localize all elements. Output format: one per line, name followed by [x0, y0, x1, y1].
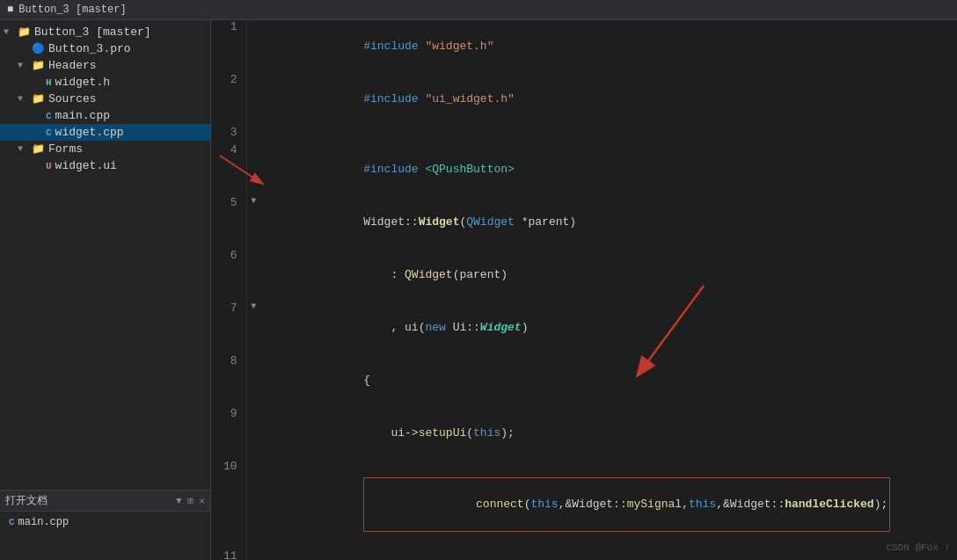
sidebar: ▼ 📁 Button_3 [master] 🔵 Button_3.pro ▼ 📁… — [0, 20, 211, 560]
sidebar-item-main-cpp[interactable]: C main.cpp — [0, 107, 210, 124]
code-line[interactable]: ui->setupUi(this); — [260, 407, 957, 460]
line-number: 2 — [211, 73, 246, 126]
fold-indicator — [246, 126, 260, 143]
line-number: 11 — [211, 549, 246, 560]
arrow-icon: ▼ — [4, 27, 18, 37]
sidebar-item-label: Sources — [48, 92, 97, 105]
bottom-file-label: main.cpp — [18, 516, 69, 528]
fold-indicator — [246, 460, 260, 549]
code-line[interactable] — [260, 549, 957, 560]
fold-indicator — [246, 407, 260, 460]
arrow-icon: ▼ — [18, 94, 32, 104]
arrow-icon: ▼ — [18, 61, 32, 70]
bottom-file-item[interactable]: C main.cpp — [5, 514, 205, 530]
sidebar-item-widget-ui[interactable]: U widget.ui — [0, 157, 210, 174]
sidebar-item-widget-cpp[interactable]: C widget.cpp — [0, 124, 210, 141]
table-row: 4 #include <QPushButton> — [211, 143, 957, 196]
code-line[interactable]: : QWidget(parent) — [260, 249, 957, 302]
fold-indicator — [246, 549, 260, 560]
table-row: 1 #include "widget.h" — [211, 20, 957, 73]
line-number: 8 — [211, 354, 246, 407]
sidebar-item-widget-h[interactable]: H widget.h — [0, 74, 210, 91]
folder-icon: 📁 — [32, 142, 45, 156]
code-line[interactable]: #include "ui_widget.h" — [260, 73, 957, 126]
file-icon: H — [46, 77, 52, 88]
table-row: 7 ▼ , ui(new Ui::Widget) — [211, 302, 957, 354]
code-table: 1 #include "widget.h" 2 #include "ui_wid… — [211, 20, 957, 560]
title-bar-text: Button_3 [master] — [18, 4, 126, 16]
code-editor-container: 1 #include "widget.h" 2 #include "ui_wid… — [211, 20, 957, 560]
line-number: 7 — [211, 302, 246, 354]
table-row: 3 — [211, 126, 957, 143]
sidebar-tree[interactable]: ▼ 📁 Button_3 [master] 🔵 Button_3.pro ▼ 📁… — [0, 20, 210, 490]
sidebar-item-label: main.cpp — [55, 109, 110, 122]
code-line[interactable]: Widget::Widget(QWidget *parent) — [260, 196, 957, 249]
folder-icon: 📁 — [18, 25, 31, 39]
sidebar-item-label: widget.ui — [55, 159, 117, 172]
sidebar-item-label: widget.cpp — [55, 126, 124, 139]
code-line[interactable]: #include "widget.h" — [260, 20, 957, 73]
file-icon: C — [46, 127, 52, 138]
bottom-panel-title: 打开文档 — [5, 493, 47, 508]
table-row: 5 ▼ Widget::Widget(QWidget *parent) — [211, 196, 957, 249]
fold-indicator — [246, 143, 260, 196]
fold-indicator — [246, 73, 260, 126]
bottom-panel-header: 打开文档 ▼ ⊞ ✕ — [0, 491, 210, 512]
sidebar-item-label: Button_3.pro — [48, 42, 131, 55]
folder-icon: 📁 — [32, 92, 45, 105]
sidebar-item-label: Headers — [48, 59, 97, 72]
line-number: 4 — [211, 143, 246, 196]
fold-indicator — [246, 354, 260, 407]
title-bar-label: ■ — [7, 4, 13, 16]
file-icon: C — [46, 111, 52, 121]
table-row: 6 : QWidget(parent) — [211, 249, 957, 302]
table-row: 10 connect(this,&Widget::mySignal,this,&… — [211, 460, 957, 549]
line-number: 9 — [211, 407, 246, 460]
bottom-panel: 打开文档 ▼ ⊞ ✕ C main.cpp — [0, 490, 210, 560]
arrow-icon: ▼ — [18, 144, 32, 154]
table-row: 2 #include "ui_widget.h" — [211, 73, 957, 126]
line-number: 1 — [211, 20, 246, 73]
file-icon: U — [46, 161, 52, 171]
fold-indicator — [246, 20, 260, 73]
sidebar-item-headers[interactable]: ▼ 📁 Headers — [0, 57, 210, 74]
line-number: 5 — [211, 196, 246, 249]
code-line[interactable] — [260, 126, 957, 143]
fold-indicator: ▼ — [246, 302, 260, 354]
sidebar-item-forms[interactable]: ▼ 📁 Forms — [0, 141, 210, 157]
code-line[interactable]: , ui(new Ui::Widget) — [260, 302, 957, 354]
table-row: 9 ui->setupUi(this); — [211, 407, 957, 460]
watermark: CSDN @Fox ! — [886, 542, 950, 553]
line-number: 3 — [211, 126, 246, 143]
sidebar-item-label: widget.h — [55, 76, 110, 89]
line-number: 10 — [211, 460, 246, 549]
code-line[interactable]: connect(this,&Widget::mySignal,this,&Wid… — [260, 460, 957, 549]
sidebar-item-sources[interactable]: ▼ 📁 Sources — [0, 91, 210, 107]
fold-indicator: ▼ — [246, 196, 260, 249]
line-number: 6 — [211, 249, 246, 302]
sidebar-item-label: Forms — [48, 142, 83, 156]
bottom-panel-content: C main.cpp — [0, 512, 210, 533]
code-line[interactable]: { — [260, 354, 957, 407]
table-row: 11 — [211, 549, 957, 560]
code-line[interactable]: #include <QPushButton> — [260, 143, 957, 196]
table-row: 8 { — [211, 354, 957, 407]
fold-indicator — [246, 249, 260, 302]
sidebar-item-project[interactable]: ▼ 📁 Button_3 [master] — [0, 24, 210, 40]
title-bar: ■ Button_3 [master] — [0, 0, 957, 20]
sidebar-item-pro[interactable]: 🔵 Button_3.pro — [0, 40, 210, 57]
sidebar-item-label: Button_3 [master] — [34, 25, 151, 39]
folder-icon: 📁 — [32, 59, 45, 72]
file-icon: 🔵 — [32, 42, 45, 55]
code-editor[interactable]: 1 #include "widget.h" 2 #include "ui_wid… — [211, 20, 957, 560]
